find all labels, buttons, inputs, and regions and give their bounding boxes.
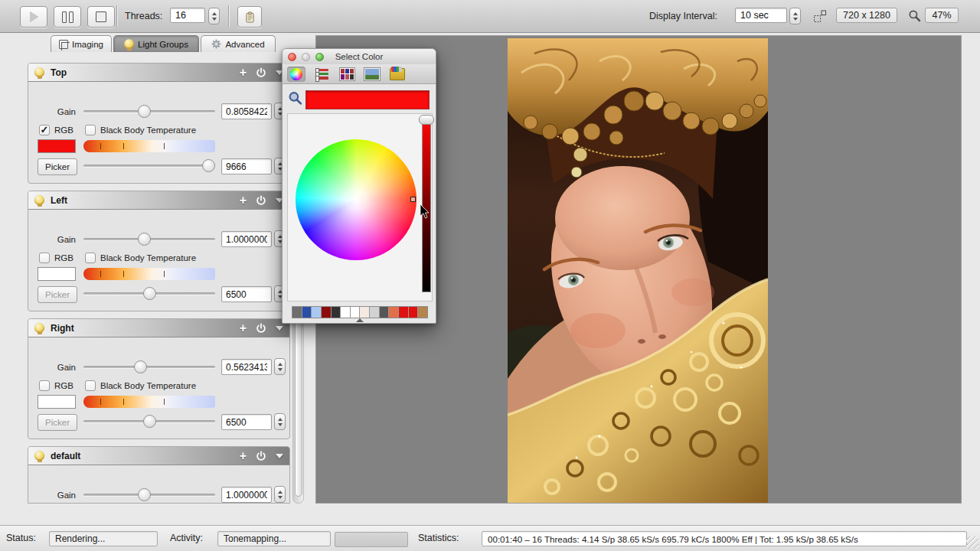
tab-advanced[interactable]: Advanced	[201, 35, 276, 52]
picker-button[interactable]: Picker	[38, 158, 77, 175]
rendered-image	[508, 38, 768, 503]
light-group-header[interactable]: Left	[28, 191, 289, 210]
add-icon[interactable]	[240, 451, 247, 461]
color-swatch[interactable]	[370, 307, 380, 318]
power-icon[interactable]	[256, 195, 266, 206]
gain-slider[interactable]	[83, 487, 215, 501]
rgb-checkbox[interactable]	[39, 253, 50, 263]
color-swatch-row	[292, 306, 428, 318]
color-wheel[interactable]	[296, 139, 416, 260]
dialog-titlebar[interactable]: Select Color	[283, 49, 436, 65]
gain-value[interactable]	[221, 487, 272, 503]
clipboard-icon	[244, 11, 256, 23]
group-color-swatch[interactable]	[38, 395, 76, 409]
color-swatch[interactable]	[418, 307, 427, 318]
temperature-slider[interactable]	[83, 414, 215, 428]
chevron-down-icon[interactable]	[276, 326, 283, 331]
copy-to-clipboard-button[interactable]	[237, 6, 262, 28]
threads-input[interactable]	[170, 8, 205, 23]
color-swatch[interactable]	[341, 307, 351, 318]
mouse-cursor	[420, 204, 430, 220]
minimize-icon[interactable]	[302, 53, 310, 61]
gain-slider[interactable]	[83, 232, 215, 246]
gain-value[interactable]	[221, 103, 272, 119]
mode-palettes[interactable]	[338, 67, 356, 82]
color-swatch[interactable]	[409, 307, 419, 318]
temperature-slider[interactable]	[83, 158, 215, 172]
light-group-header[interactable]: Right	[28, 319, 289, 337]
zoom-magnifier-icon[interactable]	[908, 9, 921, 25]
light-group-header[interactable]: Top	[28, 64, 289, 82]
temperature-value[interactable]	[221, 286, 272, 302]
add-icon[interactable]	[240, 195, 247, 206]
power-icon[interactable]	[256, 451, 266, 461]
bbt-checkbox[interactable]	[85, 125, 96, 135]
temperature-value[interactable]	[221, 158, 272, 174]
threads-stepper[interactable]	[208, 8, 220, 24]
color-swatch[interactable]	[312, 307, 322, 318]
picker-button[interactable]: Picker	[38, 414, 77, 431]
display-interval-stepper[interactable]	[789, 8, 801, 24]
color-swatch[interactable]	[292, 307, 302, 318]
resolution-display[interactable]: 551 x 980	[836, 8, 897, 23]
color-swatch[interactable]	[351, 307, 361, 318]
zoom-level-display[interactable]: 47%	[925, 8, 959, 23]
mode-crayons[interactable]	[388, 67, 407, 82]
color-swatch[interactable]	[399, 307, 409, 318]
gain-stepper[interactable]	[274, 358, 286, 375]
temperature-stepper[interactable]	[274, 413, 286, 430]
rgb-checkbox[interactable]	[39, 380, 50, 391]
bbt-checkbox[interactable]	[85, 380, 96, 391]
color-swatch[interactable]	[389, 307, 399, 318]
render-stop-button[interactable]	[87, 6, 115, 28]
zoom-window-icon[interactable]	[315, 53, 324, 61]
crayons-icon	[390, 68, 405, 80]
color-swatch[interactable]	[332, 307, 341, 318]
resize-grip[interactable]	[966, 536, 978, 549]
gain-value[interactable]	[221, 359, 272, 375]
tab-imaging-label: Imaging	[72, 40, 103, 49]
group-color-swatch[interactable]	[38, 139, 76, 153]
gain-slider[interactable]	[83, 104, 215, 118]
color-swatch[interactable]	[360, 307, 370, 318]
power-icon[interactable]	[256, 67, 266, 78]
rgb-label: RGB	[54, 253, 74, 262]
temperature-value[interactable]	[221, 414, 272, 430]
color-swatch[interactable]	[322, 307, 332, 318]
swatch-drawer-handle[interactable]	[356, 318, 364, 322]
lightbulb-icon	[34, 323, 44, 333]
color-swatch[interactable]	[302, 307, 312, 318]
rgb-checkbox[interactable]	[39, 125, 50, 135]
tab-light-groups[interactable]: Light Groups	[113, 35, 199, 52]
group-color-swatch[interactable]	[38, 267, 76, 281]
gain-stepper[interactable]	[274, 486, 286, 503]
statistics-label: Statistics:	[418, 533, 459, 543]
color-picker-loupe-icon[interactable]	[288, 91, 302, 109]
light-group-header[interactable]: default	[28, 447, 289, 465]
close-icon[interactable]	[288, 53, 296, 61]
render-pause-button[interactable]	[54, 6, 81, 28]
toolbar-separator	[116, 5, 117, 27]
mode-color-wheel[interactable]	[287, 67, 305, 82]
color-selection-marker[interactable]	[410, 197, 416, 202]
resize-dimensions-icon[interactable]	[813, 9, 827, 26]
light-group-left: Left Gain RGB Black Body Temperature Pic…	[28, 191, 290, 311]
picker-button[interactable]: Picker	[38, 286, 77, 303]
mode-image[interactable]	[363, 67, 381, 82]
color-swatch[interactable]	[380, 307, 390, 318]
bbt-checkbox[interactable]	[85, 253, 96, 263]
add-icon[interactable]	[240, 323, 247, 334]
tab-imaging[interactable]: Imaging	[51, 35, 112, 52]
brightness-slider-handle[interactable]	[419, 115, 434, 125]
chevron-down-icon[interactable]	[276, 454, 283, 458]
power-icon[interactable]	[256, 323, 266, 334]
light-group-right: Right Gain RGB Black Body Temperature Pi…	[28, 318, 290, 439]
render-play-button[interactable]	[20, 6, 47, 28]
temperature-slider[interactable]	[83, 286, 215, 300]
gain-value[interactable]	[221, 231, 272, 247]
add-icon[interactable]	[240, 67, 247, 78]
gain-slider[interactable]	[83, 360, 215, 373]
statistics-value: 00:01:40 – 16 Threads: 4.14 S/p 38.65 kS…	[482, 531, 967, 546]
mode-sliders[interactable]	[312, 67, 331, 82]
display-interval-input[interactable]	[735, 8, 787, 23]
